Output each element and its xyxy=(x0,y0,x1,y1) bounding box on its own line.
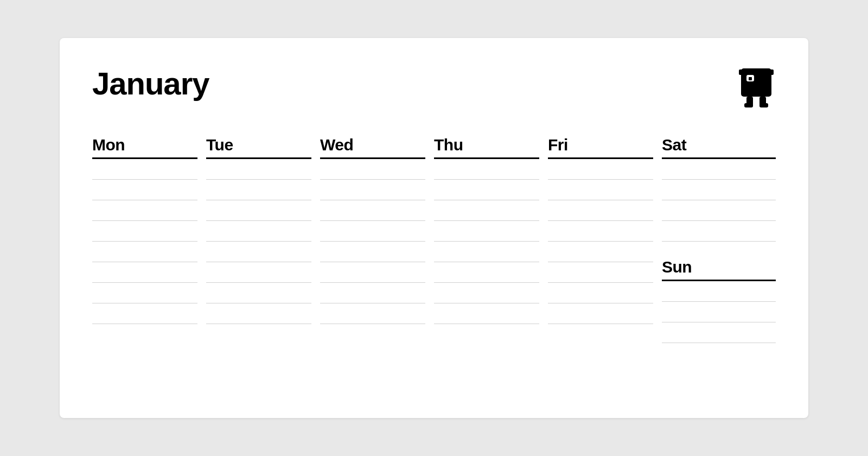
svg-rect-7 xyxy=(744,103,753,107)
calendar-header: January xyxy=(92,65,776,109)
day-line xyxy=(662,159,776,180)
day-header-tue: Tue xyxy=(206,136,311,159)
svg-rect-3 xyxy=(739,69,743,75)
day-line xyxy=(662,302,776,322)
day-line xyxy=(434,180,539,200)
day-line xyxy=(320,242,425,262)
day-line xyxy=(320,159,425,180)
column-sat-sun: Sat Sun xyxy=(662,136,776,343)
day-lines-thu xyxy=(434,159,539,324)
day-line xyxy=(548,200,653,221)
day-lines-wed xyxy=(320,159,425,324)
day-line xyxy=(548,242,653,262)
day-line xyxy=(434,159,539,180)
day-line xyxy=(92,283,197,303)
day-line xyxy=(92,262,197,283)
day-line xyxy=(548,180,653,200)
day-line xyxy=(92,180,197,200)
day-line xyxy=(320,200,425,221)
day-lines-mon xyxy=(92,159,197,324)
day-line xyxy=(92,200,197,221)
day-line xyxy=(434,262,539,283)
day-header-mon: Mon xyxy=(92,136,197,159)
day-line xyxy=(320,303,425,324)
day-line xyxy=(548,303,653,324)
day-line xyxy=(92,221,197,242)
day-line xyxy=(662,281,776,302)
calendar-grid: Mon Tue xyxy=(92,136,776,343)
day-header-fri: Fri xyxy=(548,136,653,159)
day-line xyxy=(662,200,776,221)
day-line xyxy=(206,303,311,324)
day-line xyxy=(206,242,311,262)
monster-mascot-icon xyxy=(737,65,776,109)
day-line xyxy=(206,283,311,303)
day-header-thu: Thu xyxy=(434,136,539,159)
day-line xyxy=(548,283,653,303)
day-line xyxy=(548,262,653,283)
calendar-month-title: January xyxy=(92,65,209,102)
sun-section: Sun xyxy=(662,258,776,343)
column-tue: Tue xyxy=(206,136,320,343)
day-line xyxy=(434,200,539,221)
column-mon: Mon xyxy=(92,136,206,343)
day-line xyxy=(92,159,197,180)
column-thu: Thu xyxy=(434,136,548,343)
day-line xyxy=(434,303,539,324)
day-line xyxy=(92,242,197,262)
day-line xyxy=(548,159,653,180)
day-lines-fri xyxy=(548,159,653,324)
day-line xyxy=(434,283,539,303)
day-lines-sun xyxy=(662,281,776,343)
day-header-wed: Wed xyxy=(320,136,425,159)
svg-rect-2 xyxy=(749,77,752,80)
day-line xyxy=(320,283,425,303)
column-wed: Wed xyxy=(320,136,434,343)
svg-rect-4 xyxy=(769,69,774,75)
day-line xyxy=(206,221,311,242)
day-header-sun: Sun xyxy=(662,258,776,281)
day-line xyxy=(320,221,425,242)
day-line xyxy=(320,262,425,283)
day-line xyxy=(434,221,539,242)
day-header-sat: Sat xyxy=(662,136,776,159)
day-line xyxy=(662,221,776,242)
day-line xyxy=(206,262,311,283)
day-line xyxy=(662,180,776,200)
day-lines-sat xyxy=(662,159,776,242)
day-lines-tue xyxy=(206,159,311,324)
svg-rect-8 xyxy=(760,103,768,107)
day-line xyxy=(434,242,539,262)
column-fri: Fri xyxy=(548,136,662,343)
day-line xyxy=(206,200,311,221)
day-line xyxy=(662,322,776,343)
day-line xyxy=(548,221,653,242)
svg-rect-0 xyxy=(741,68,771,97)
day-line xyxy=(206,180,311,200)
day-line xyxy=(206,159,311,180)
calendar-card: January Mon xyxy=(60,38,808,418)
day-line xyxy=(320,180,425,200)
day-line xyxy=(92,303,197,324)
